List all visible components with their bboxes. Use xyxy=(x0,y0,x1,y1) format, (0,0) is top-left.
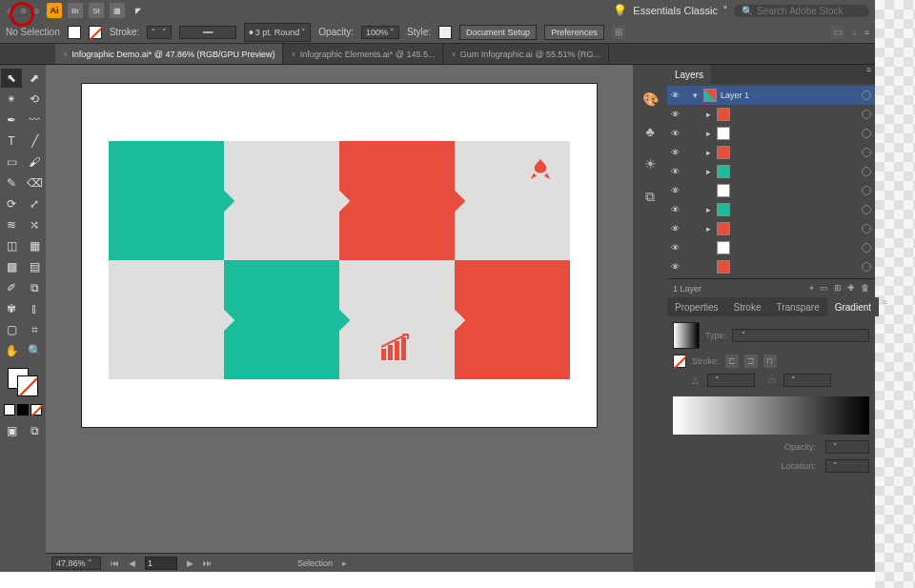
gpu-icon[interactable]: ◤ xyxy=(131,3,146,18)
artboard-tool[interactable]: ▢ xyxy=(1,320,22,339)
tab-transparency[interactable]: Transpare xyxy=(768,297,826,316)
symbols-panel-icon[interactable]: ⧉ xyxy=(645,189,655,205)
document-tab[interactable]: ×Infographic Demo.ai* @ 47.86% (RGB/GPU … xyxy=(55,44,283,64)
lightbulb-icon[interactable]: 💡 xyxy=(613,4,627,17)
zoom-tool[interactable]: 🔍 xyxy=(24,341,45,360)
tab-layers[interactable]: Layers xyxy=(667,65,711,84)
style-swatch[interactable] xyxy=(438,26,452,39)
expand-icon[interactable]: ▸ xyxy=(703,110,713,119)
fill-swatch[interactable] xyxy=(68,26,81,39)
free-transform-tool[interactable]: ⤭ xyxy=(24,215,45,234)
layer-row[interactable]: 👁▸ xyxy=(667,105,875,124)
hand-tool[interactable]: ✋ xyxy=(1,341,22,360)
expand-icon[interactable]: ▸ xyxy=(703,129,713,138)
direct-selection-tool[interactable]: ⬈ xyxy=(24,69,45,88)
gradient-ramp[interactable] xyxy=(673,396,869,435)
visibility-icon[interactable]: 👁 xyxy=(671,167,682,176)
none-mode[interactable] xyxy=(30,404,42,416)
layers-panel-menu-icon[interactable]: ≡ xyxy=(863,65,875,84)
visibility-icon[interactable]: 👁 xyxy=(671,205,682,214)
expand-icon[interactable] xyxy=(703,262,713,272)
bridge-icon[interactable]: Br xyxy=(68,3,83,18)
document-tab[interactable]: ×Gum Infographic.ai @ 55.51% (RG... xyxy=(443,44,608,64)
layer-row[interactable]: 👁▾Layer 1 xyxy=(667,86,875,105)
brush-def[interactable]: • 3 pt. Round ˅ xyxy=(244,23,311,42)
page-input[interactable] xyxy=(145,557,177,570)
target-icon[interactable] xyxy=(862,129,871,138)
eraser-tool[interactable]: ⌫ xyxy=(24,173,45,193)
close-icon[interactable]: × xyxy=(63,50,68,59)
expand-icon[interactable]: ▸ xyxy=(703,148,713,157)
grad-stroke-swatch[interactable] xyxy=(673,355,686,368)
layer-name[interactable]: Layer 1 xyxy=(721,91,858,100)
brushes-panel-icon[interactable]: ☀ xyxy=(644,156,657,172)
grad-panel-menu-icon[interactable]: ≡ xyxy=(879,297,891,316)
layer-row[interactable]: 👁▸ xyxy=(667,200,875,219)
canvas-area[interactable]: 47.86% ˅ ⏮ ◀ ▶ ⏭ Selection ▸ xyxy=(46,65,633,572)
nav-last-icon[interactable]: ⏭ xyxy=(203,558,212,568)
transform-icon[interactable]: ▭ xyxy=(831,26,844,39)
target-icon[interactable] xyxy=(862,167,871,176)
zoom-level[interactable]: 47.86% ˅ xyxy=(51,557,101,570)
color-mode[interactable] xyxy=(4,404,15,416)
symbol-sprayer-tool[interactable]: ✾ xyxy=(1,299,22,318)
layer-row[interactable]: 👁 xyxy=(667,238,875,257)
info-caret-icon[interactable]: ▸ xyxy=(342,558,347,568)
arrange-icon[interactable]: ▦ xyxy=(110,3,125,18)
gradient-preview[interactable] xyxy=(673,322,700,349)
rotate-tool[interactable]: ⟳ xyxy=(1,194,22,213)
document-setup-button[interactable]: Document Setup xyxy=(459,25,537,40)
screen-mode[interactable]: ▣ xyxy=(1,421,22,440)
layer-row[interactable]: 👁▸ xyxy=(667,143,875,162)
line-tool[interactable]: ╱ xyxy=(24,132,45,151)
search-input[interactable] xyxy=(757,6,862,16)
zoom-dot[interactable] xyxy=(32,7,41,15)
scale-tool[interactable]: ⤢ xyxy=(24,194,45,213)
stroke-across-icon[interactable]: ⊓ xyxy=(763,355,777,368)
visibility-icon[interactable]: 👁 xyxy=(671,110,682,119)
expand-icon[interactable]: ▾ xyxy=(690,91,700,100)
shape-builder-tool[interactable]: ◫ xyxy=(1,236,22,255)
selection-tool[interactable]: ⬉ xyxy=(1,69,22,88)
layer-row[interactable]: 👁▸ xyxy=(667,219,875,238)
mesh-tool[interactable]: ▩ xyxy=(1,257,22,276)
visibility-icon[interactable]: 👁 xyxy=(671,91,682,100)
stroke-swatch[interactable] xyxy=(89,26,102,39)
slice-tool[interactable]: ⌗ xyxy=(24,320,45,339)
visibility-icon[interactable]: 👁 xyxy=(671,262,682,272)
visibility-icon[interactable]: 👁 xyxy=(671,148,682,157)
close-icon[interactable]: × xyxy=(451,50,456,59)
close-dot[interactable] xyxy=(6,7,14,15)
layer-row[interactable]: 👁 xyxy=(667,257,875,276)
visibility-icon[interactable]: 👁 xyxy=(671,243,682,253)
target-icon[interactable] xyxy=(862,262,871,272)
visibility-icon[interactable]: 👁 xyxy=(671,224,682,233)
new-layer-icon[interactable]: ✚ xyxy=(847,283,855,294)
layer-row[interactable]: 👁▸ xyxy=(667,162,875,181)
pen-tool[interactable]: ✒ xyxy=(1,111,22,130)
layers-list[interactable]: 👁▾Layer 1👁▸👁▸👁▸👁▸👁 👁▸👁▸👁 👁 xyxy=(667,84,875,278)
width-tool[interactable]: ≋ xyxy=(1,215,22,234)
fill-stroke-control[interactable] xyxy=(0,368,46,396)
stroke-weight[interactable]: ˆ ˅ xyxy=(147,26,172,39)
tab-properties[interactable]: Properties xyxy=(667,297,726,316)
grad-ratio[interactable]: ˅ xyxy=(783,374,831,387)
gradient-mode[interactable] xyxy=(17,404,29,416)
tab-gradient[interactable]: Gradient xyxy=(827,297,879,316)
target-icon[interactable] xyxy=(862,110,871,119)
pin-icon[interactable]: ⟂ xyxy=(852,28,857,37)
document-tab[interactable]: ×Infographic Elements.ai* @ 145.5... xyxy=(283,44,443,64)
target-icon[interactable] xyxy=(862,205,871,214)
magic-wand-tool[interactable]: ✴ xyxy=(1,90,22,109)
stroke-box[interactable] xyxy=(17,375,38,396)
swatches-panel-icon[interactable]: ♣ xyxy=(645,124,654,139)
stroke-along-icon[interactable]: ⊐ xyxy=(744,355,758,368)
expand-icon[interactable] xyxy=(703,243,713,253)
gradient-tool[interactable]: ▤ xyxy=(24,257,45,276)
perspective-tool[interactable]: ▦ xyxy=(24,236,45,255)
nav-prev-icon[interactable]: ◀ xyxy=(129,558,135,568)
rectangle-tool[interactable]: ▭ xyxy=(1,152,22,172)
layer-row[interactable]: 👁 xyxy=(667,181,875,200)
opacity-value[interactable]: 100% ˅ xyxy=(361,26,399,39)
expand-icon[interactable]: ▸ xyxy=(703,224,713,233)
